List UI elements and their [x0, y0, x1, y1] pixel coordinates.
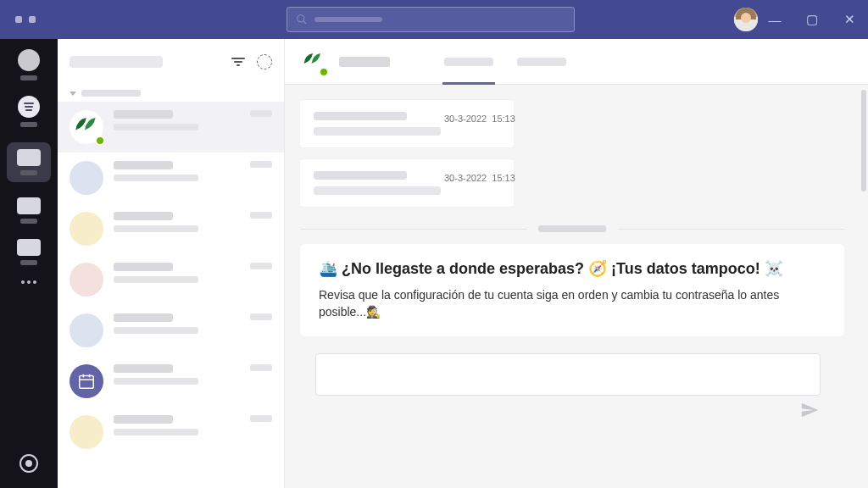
scrollbar[interactable] — [861, 90, 866, 191]
presence-available-icon — [319, 67, 329, 77]
minimize-button[interactable]: — — [756, 0, 793, 39]
conversation-header — [285, 39, 868, 85]
chatlist-title — [70, 56, 163, 68]
contact-avatar — [70, 212, 103, 246]
chat-item[interactable] — [58, 254, 284, 305]
calls-icon — [17, 239, 41, 256]
tab-chat[interactable] — [444, 58, 493, 66]
contact-avatar — [70, 263, 103, 297]
message[interactable] — [300, 100, 514, 147]
contact-avatar — [70, 415, 103, 449]
maximize-button[interactable]: ▢ — [793, 0, 831, 39]
contact-avatar-leaf — [70, 110, 103, 144]
message[interactable] — [300, 159, 514, 207]
contact-avatar — [70, 313, 103, 347]
chat-item[interactable] — [58, 305, 284, 356]
help-icon[interactable] — [19, 454, 38, 473]
chat-item-active[interactable] — [58, 102, 284, 152]
rail-more[interactable] — [7, 280, 51, 284]
activity-icon — [18, 49, 40, 71]
more-icon — [21, 280, 36, 284]
send-button[interactable] — [800, 401, 819, 423]
phishing-card[interactable]: 🛳️ ¿No llegaste a donde esperabas? 🧭 ¡Tu… — [300, 244, 844, 336]
calendar-icon — [77, 372, 96, 391]
conversation-title — [339, 57, 390, 67]
contact-avatar-calendar — [70, 364, 103, 398]
chat-list-panel — [58, 39, 285, 488]
rail-activity[interactable] — [7, 49, 51, 80]
svg-point-0 — [298, 15, 304, 22]
tab-files[interactable] — [517, 58, 566, 66]
chat-item[interactable] — [58, 203, 284, 254]
new-chat-icon[interactable] — [257, 54, 272, 69]
svg-rect-2 — [80, 376, 94, 389]
rail-chat[interactable] — [7, 96, 51, 127]
send-icon — [800, 401, 819, 419]
compose-input[interactable] — [315, 353, 821, 396]
close-button[interactable]: ✕ — [831, 0, 868, 39]
message-timestamp: 30-3-2022 15:13 — [444, 173, 515, 183]
rail-calls[interactable] — [7, 239, 51, 265]
teams-icon — [17, 149, 41, 166]
calendar-icon — [17, 197, 41, 214]
conversation-panel: 30-3-2022 15:13 30-3-2022 15:13 🛳️ ¿No l… — [285, 39, 868, 488]
chat-icon — [18, 96, 40, 118]
day-divider — [300, 225, 844, 232]
search-input[interactable] — [287, 7, 575, 32]
chevron-down-icon — [70, 92, 76, 96]
card-title: 🛳️ ¿No llegaste a donde esperabas? 🧭 ¡Tu… — [319, 259, 826, 278]
rail-teams[interactable] — [7, 142, 51, 182]
rail-calendar[interactable] — [7, 197, 51, 224]
title-bar: — ▢ ✕ — [0, 0, 868, 39]
app-rail — [0, 39, 58, 488]
window-dots — [15, 16, 36, 23]
search-icon — [296, 14, 308, 25]
chat-item[interactable] — [58, 407, 284, 458]
chatlist-section-header[interactable] — [58, 85, 284, 102]
user-avatar[interactable] — [734, 8, 758, 31]
presence-available-icon — [95, 136, 105, 146]
chat-item[interactable] — [58, 356, 284, 407]
svg-line-1 — [303, 21, 307, 25]
conversation-avatar — [300, 48, 327, 75]
card-body: Revisa que la configuración de tu cuenta… — [319, 286, 826, 321]
contact-avatar — [70, 161, 103, 195]
message-timestamp: 30-3-2022 15:13 — [444, 114, 515, 124]
filter-icon[interactable] — [231, 58, 245, 66]
chat-item[interactable] — [58, 152, 284, 203]
